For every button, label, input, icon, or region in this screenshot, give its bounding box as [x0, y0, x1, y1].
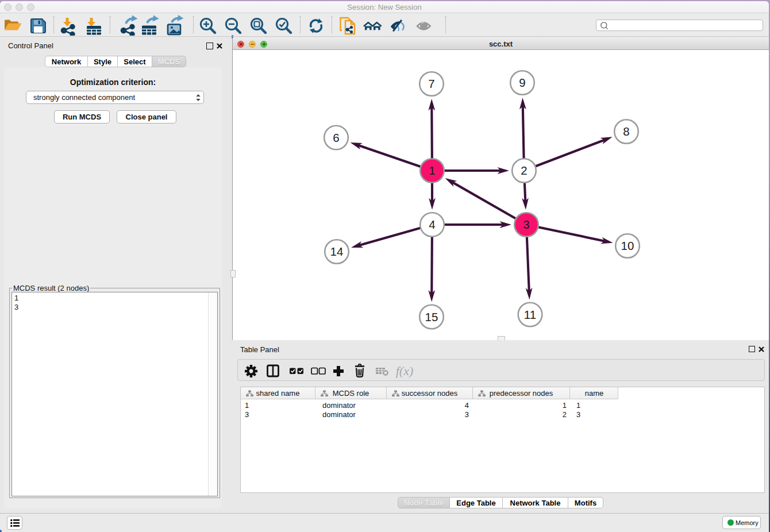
- svg-text:6: 6: [333, 131, 339, 144]
- svg-text:14: 14: [330, 245, 344, 258]
- svg-text:8: 8: [623, 125, 629, 138]
- svg-text:3: 3: [523, 218, 529, 231]
- svg-text:10: 10: [621, 239, 634, 252]
- svg-text:9: 9: [519, 76, 525, 89]
- svg-text:11: 11: [524, 308, 536, 321]
- svg-text:f(x): f(x): [396, 364, 414, 378]
- svg-text:7: 7: [428, 77, 434, 90]
- svg-text:1: 1: [429, 164, 435, 177]
- svg-text:15: 15: [425, 310, 438, 323]
- svg-text:2: 2: [521, 164, 527, 177]
- svg-text:4: 4: [429, 218, 435, 231]
